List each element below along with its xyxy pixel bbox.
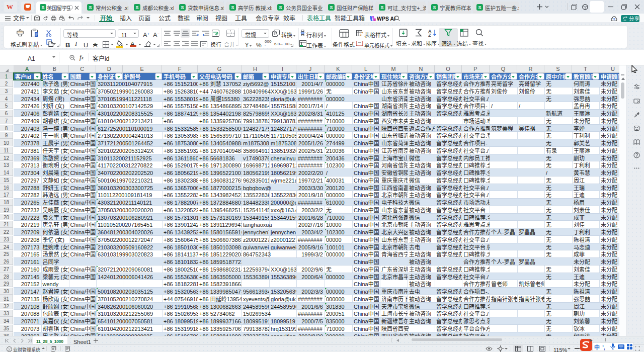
- svg-text:Z: Z: [428, 32, 431, 37]
